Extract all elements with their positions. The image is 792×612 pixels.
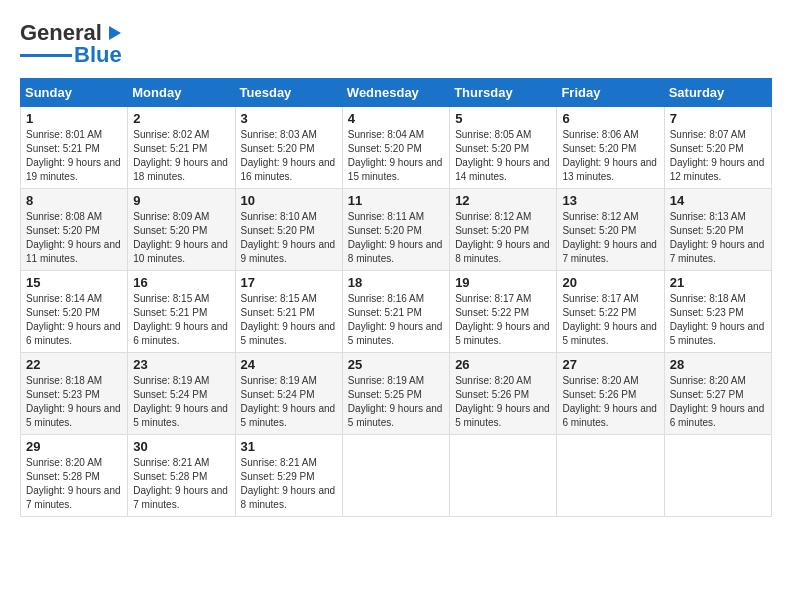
calendar-cell: 31 Sunrise: 8:21 AM Sunset: 5:29 PM Dayl… xyxy=(235,435,342,517)
calendar-day-header: Thursday xyxy=(450,79,557,107)
logo: General Blue xyxy=(20,20,125,68)
daylight-label: Daylight: 9 hours and 5 minutes. xyxy=(241,321,336,346)
calendar-cell: 9 Sunrise: 8:09 AM Sunset: 5:20 PM Dayli… xyxy=(128,189,235,271)
sunrise-label: Sunrise: 8:16 AM xyxy=(348,293,424,304)
day-number: 7 xyxy=(670,111,766,126)
calendar-cell: 28 Sunrise: 8:20 AM Sunset: 5:27 PM Dayl… xyxy=(664,353,771,435)
daylight-label: Daylight: 9 hours and 7 minutes. xyxy=(133,485,228,510)
daylight-label: Daylight: 9 hours and 15 minutes. xyxy=(348,157,443,182)
sunrise-label: Sunrise: 8:14 AM xyxy=(26,293,102,304)
sunrise-label: Sunrise: 8:13 AM xyxy=(670,211,746,222)
sunrise-label: Sunrise: 8:12 AM xyxy=(455,211,531,222)
day-number: 22 xyxy=(26,357,122,372)
sunrise-label: Sunrise: 8:02 AM xyxy=(133,129,209,140)
calendar-day-header: Wednesday xyxy=(342,79,449,107)
calendar-cell: 11 Sunrise: 8:11 AM Sunset: 5:20 PM Dayl… xyxy=(342,189,449,271)
calendar-cell: 14 Sunrise: 8:13 AM Sunset: 5:20 PM Dayl… xyxy=(664,189,771,271)
day-number: 9 xyxy=(133,193,229,208)
sunrise-label: Sunrise: 8:03 AM xyxy=(241,129,317,140)
day-info: Sunrise: 8:09 AM Sunset: 5:20 PM Dayligh… xyxy=(133,210,229,266)
calendar-cell: 22 Sunrise: 8:18 AM Sunset: 5:23 PM Dayl… xyxy=(21,353,128,435)
page-header: General Blue xyxy=(20,20,772,68)
day-number: 28 xyxy=(670,357,766,372)
sunset-label: Sunset: 5:28 PM xyxy=(26,471,100,482)
calendar-cell: 7 Sunrise: 8:07 AM Sunset: 5:20 PM Dayli… xyxy=(664,107,771,189)
daylight-label: Daylight: 9 hours and 13 minutes. xyxy=(562,157,657,182)
day-info: Sunrise: 8:08 AM Sunset: 5:20 PM Dayligh… xyxy=(26,210,122,266)
day-number: 5 xyxy=(455,111,551,126)
daylight-label: Daylight: 9 hours and 16 minutes. xyxy=(241,157,336,182)
sunrise-label: Sunrise: 8:01 AM xyxy=(26,129,102,140)
daylight-label: Daylight: 9 hours and 5 minutes. xyxy=(348,403,443,428)
day-info: Sunrise: 8:12 AM Sunset: 5:20 PM Dayligh… xyxy=(562,210,658,266)
day-info: Sunrise: 8:01 AM Sunset: 5:21 PM Dayligh… xyxy=(26,128,122,184)
daylight-label: Daylight: 9 hours and 5 minutes. xyxy=(455,321,550,346)
calendar-cell: 18 Sunrise: 8:16 AM Sunset: 5:21 PM Dayl… xyxy=(342,271,449,353)
calendar-cell: 2 Sunrise: 8:02 AM Sunset: 5:21 PM Dayli… xyxy=(128,107,235,189)
sunset-label: Sunset: 5:20 PM xyxy=(26,307,100,318)
calendar-cell xyxy=(450,435,557,517)
day-number: 14 xyxy=(670,193,766,208)
calendar-cell xyxy=(664,435,771,517)
sunset-label: Sunset: 5:21 PM xyxy=(133,307,207,318)
calendar-cell: 17 Sunrise: 8:15 AM Sunset: 5:21 PM Dayl… xyxy=(235,271,342,353)
daylight-label: Daylight: 9 hours and 8 minutes. xyxy=(348,239,443,264)
sunset-label: Sunset: 5:22 PM xyxy=(562,307,636,318)
day-number: 6 xyxy=(562,111,658,126)
sunrise-label: Sunrise: 8:19 AM xyxy=(241,375,317,386)
calendar-week-row: 1 Sunrise: 8:01 AM Sunset: 5:21 PM Dayli… xyxy=(21,107,772,189)
sunset-label: Sunset: 5:20 PM xyxy=(455,143,529,154)
day-number: 29 xyxy=(26,439,122,454)
daylight-label: Daylight: 9 hours and 18 minutes. xyxy=(133,157,228,182)
day-number: 17 xyxy=(241,275,337,290)
calendar-cell: 12 Sunrise: 8:12 AM Sunset: 5:20 PM Dayl… xyxy=(450,189,557,271)
calendar-cell: 21 Sunrise: 8:18 AM Sunset: 5:23 PM Dayl… xyxy=(664,271,771,353)
calendar-cell: 3 Sunrise: 8:03 AM Sunset: 5:20 PM Dayli… xyxy=(235,107,342,189)
daylight-label: Daylight: 9 hours and 6 minutes. xyxy=(562,403,657,428)
day-info: Sunrise: 8:18 AM Sunset: 5:23 PM Dayligh… xyxy=(670,292,766,348)
daylight-label: Daylight: 9 hours and 5 minutes. xyxy=(133,403,228,428)
day-info: Sunrise: 8:20 AM Sunset: 5:26 PM Dayligh… xyxy=(455,374,551,430)
day-info: Sunrise: 8:14 AM Sunset: 5:20 PM Dayligh… xyxy=(26,292,122,348)
day-info: Sunrise: 8:02 AM Sunset: 5:21 PM Dayligh… xyxy=(133,128,229,184)
daylight-label: Daylight: 9 hours and 5 minutes. xyxy=(348,321,443,346)
day-number: 15 xyxy=(26,275,122,290)
daylight-label: Daylight: 9 hours and 6 minutes. xyxy=(133,321,228,346)
day-info: Sunrise: 8:15 AM Sunset: 5:21 PM Dayligh… xyxy=(133,292,229,348)
calendar-cell: 26 Sunrise: 8:20 AM Sunset: 5:26 PM Dayl… xyxy=(450,353,557,435)
day-number: 25 xyxy=(348,357,444,372)
sunrise-label: Sunrise: 8:20 AM xyxy=(670,375,746,386)
sunset-label: Sunset: 5:20 PM xyxy=(348,143,422,154)
day-info: Sunrise: 8:05 AM Sunset: 5:20 PM Dayligh… xyxy=(455,128,551,184)
calendar-cell: 10 Sunrise: 8:10 AM Sunset: 5:20 PM Dayl… xyxy=(235,189,342,271)
calendar-cell: 25 Sunrise: 8:19 AM Sunset: 5:25 PM Dayl… xyxy=(342,353,449,435)
day-number: 2 xyxy=(133,111,229,126)
calendar-cell: 20 Sunrise: 8:17 AM Sunset: 5:22 PM Dayl… xyxy=(557,271,664,353)
sunrise-label: Sunrise: 8:19 AM xyxy=(133,375,209,386)
day-number: 1 xyxy=(26,111,122,126)
sunset-label: Sunset: 5:20 PM xyxy=(26,225,100,236)
sunset-label: Sunset: 5:24 PM xyxy=(133,389,207,400)
sunrise-label: Sunrise: 8:11 AM xyxy=(348,211,424,222)
calendar-cell: 24 Sunrise: 8:19 AM Sunset: 5:24 PM Dayl… xyxy=(235,353,342,435)
day-number: 20 xyxy=(562,275,658,290)
day-info: Sunrise: 8:16 AM Sunset: 5:21 PM Dayligh… xyxy=(348,292,444,348)
day-info: Sunrise: 8:21 AM Sunset: 5:29 PM Dayligh… xyxy=(241,456,337,512)
day-info: Sunrise: 8:20 AM Sunset: 5:26 PM Dayligh… xyxy=(562,374,658,430)
calendar-cell: 4 Sunrise: 8:04 AM Sunset: 5:20 PM Dayli… xyxy=(342,107,449,189)
sunset-label: Sunset: 5:20 PM xyxy=(670,225,744,236)
day-number: 30 xyxy=(133,439,229,454)
sunset-label: Sunset: 5:21 PM xyxy=(241,307,315,318)
calendar-cell: 16 Sunrise: 8:15 AM Sunset: 5:21 PM Dayl… xyxy=(128,271,235,353)
daylight-label: Daylight: 9 hours and 5 minutes. xyxy=(455,403,550,428)
calendar-cell: 23 Sunrise: 8:19 AM Sunset: 5:24 PM Dayl… xyxy=(128,353,235,435)
sunrise-label: Sunrise: 8:20 AM xyxy=(455,375,531,386)
calendar-week-row: 8 Sunrise: 8:08 AM Sunset: 5:20 PM Dayli… xyxy=(21,189,772,271)
sunset-label: Sunset: 5:26 PM xyxy=(455,389,529,400)
day-info: Sunrise: 8:21 AM Sunset: 5:28 PM Dayligh… xyxy=(133,456,229,512)
day-info: Sunrise: 8:18 AM Sunset: 5:23 PM Dayligh… xyxy=(26,374,122,430)
calendar-cell: 6 Sunrise: 8:06 AM Sunset: 5:20 PM Dayli… xyxy=(557,107,664,189)
calendar-day-header: Tuesday xyxy=(235,79,342,107)
sunrise-label: Sunrise: 8:17 AM xyxy=(455,293,531,304)
calendar-cell: 19 Sunrise: 8:17 AM Sunset: 5:22 PM Dayl… xyxy=(450,271,557,353)
